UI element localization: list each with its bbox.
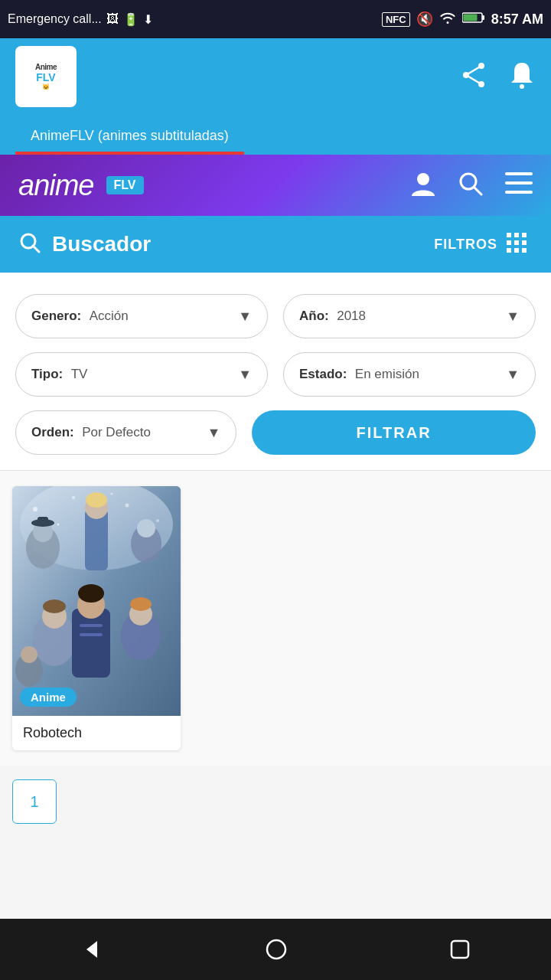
photo-icon: 🖼 xyxy=(106,12,119,26)
status-bar: Emergency call... 🖼 🔋 ⬇ NFC 🔇 8:57 AM xyxy=(0,0,551,38)
user-icon[interactable] xyxy=(410,170,436,201)
bottom-nav xyxy=(0,919,551,980)
svg-point-49 xyxy=(21,646,37,663)
svg-rect-2 xyxy=(463,14,477,21)
anime-card-title: Robotech xyxy=(12,716,181,750)
brand-logo[interactable]: anime FLV xyxy=(18,169,144,202)
anime-grid: Anime Robotech xyxy=(12,486,539,750)
app-logo[interactable]: Anime FLV 🐱 xyxy=(15,46,77,107)
svg-rect-22 xyxy=(514,248,519,253)
tab-title: AnimeFLV (animes subtituladas) xyxy=(31,128,229,143)
app-bar: Anime FLV 🐱 xyxy=(0,38,551,115)
filter-row-2: Tipo: TV ▼ Estado: En emisión ▼ xyxy=(15,352,536,397)
search-title: Buscador xyxy=(52,232,151,256)
svg-rect-19 xyxy=(507,248,511,253)
mute-icon: 🔇 xyxy=(416,11,433,28)
nav-bar: anime FLV xyxy=(0,155,551,216)
recent-button[interactable] xyxy=(449,939,471,960)
svg-point-42 xyxy=(78,584,104,603)
menu-icon[interactable] xyxy=(505,172,533,198)
genre-chevron: ▼ xyxy=(238,309,252,325)
svg-point-54 xyxy=(57,524,60,526)
genre-label: Genero: xyxy=(31,309,81,323)
anime-badge: Anime xyxy=(20,688,77,707)
year-dropdown[interactable]: Año: 2018 ▼ xyxy=(283,294,536,338)
svg-rect-40 xyxy=(72,609,110,678)
notification-icon[interactable] xyxy=(508,60,536,93)
year-label: Año: xyxy=(299,309,329,323)
svg-rect-31 xyxy=(37,517,48,526)
anime-card[interactable]: Anime Robotech xyxy=(12,486,181,750)
page-1-button[interactable]: 1 xyxy=(12,779,57,824)
search-filter-bar: Buscador FILTROS xyxy=(0,216,551,273)
pagination: 1 xyxy=(0,766,551,847)
search-nav-icon[interactable] xyxy=(458,171,484,200)
clock: 8:57 AM xyxy=(491,11,543,28)
order-chevron: ▼ xyxy=(207,425,220,441)
type-chevron: ▼ xyxy=(238,367,252,383)
svg-rect-1 xyxy=(482,15,484,20)
genre-dropdown[interactable]: Genero: Acción ▼ xyxy=(15,294,268,338)
anime-logo-text: anime xyxy=(18,169,94,202)
svg-point-39 xyxy=(43,599,66,613)
year-chevron: ▼ xyxy=(506,309,520,325)
type-value: TV xyxy=(71,367,88,381)
search-bar-icon xyxy=(18,231,41,257)
svg-point-36 xyxy=(137,519,155,537)
svg-rect-17 xyxy=(507,233,511,237)
order-dropdown[interactable]: Orden: Por Defecto ▼ xyxy=(15,410,236,455)
svg-line-16 xyxy=(33,246,39,252)
svg-rect-43 xyxy=(80,624,103,627)
type-label: Tipo: xyxy=(31,367,63,381)
svg-line-7 xyxy=(466,75,481,84)
svg-rect-18 xyxy=(507,240,511,245)
download-icon: ⬇ xyxy=(143,12,153,27)
tab-animeflv[interactable]: AnimeFLV (animes subtituladas) xyxy=(15,120,244,155)
svg-point-47 xyxy=(130,597,152,611)
genre-value: Acción xyxy=(90,309,129,323)
type-dropdown[interactable]: Tipo: TV ▼ xyxy=(15,352,268,397)
svg-point-57 xyxy=(267,940,285,959)
filter-section: Genero: Acción ▼ Año: 2018 ▼ Tipo: TV ▼ … xyxy=(0,273,551,471)
svg-rect-25 xyxy=(522,248,527,253)
svg-rect-58 xyxy=(452,941,468,958)
nfc-icon: NFC xyxy=(382,12,410,27)
home-button[interactable] xyxy=(265,938,288,961)
wifi-icon xyxy=(439,11,456,28)
back-button[interactable] xyxy=(80,938,103,961)
svg-point-51 xyxy=(72,496,75,499)
year-value: 2018 xyxy=(337,309,366,323)
svg-rect-12 xyxy=(505,172,533,175)
svg-line-11 xyxy=(474,187,481,194)
order-value: Por Defecto xyxy=(82,425,151,439)
status-label: Estado: xyxy=(299,367,347,381)
emergency-call-text: Emergency call... xyxy=(8,12,102,26)
svg-marker-56 xyxy=(86,941,97,958)
svg-rect-23 xyxy=(522,233,527,237)
svg-point-55 xyxy=(111,493,113,495)
svg-rect-21 xyxy=(514,240,519,245)
share-icon[interactable] xyxy=(458,60,489,93)
tab-bar: AnimeFLV (animes subtituladas) xyxy=(0,115,551,155)
svg-point-34 xyxy=(86,492,107,508)
battery-status-icon xyxy=(462,11,485,28)
svg-rect-13 xyxy=(505,181,533,185)
filter-row-1: Genero: Acción ▼ Año: 2018 ▼ xyxy=(15,294,536,338)
svg-rect-44 xyxy=(80,633,103,636)
bottom-spacer xyxy=(0,847,551,908)
svg-point-52 xyxy=(126,504,129,508)
filters-icon[interactable] xyxy=(507,231,533,257)
status-value: En emisión xyxy=(355,367,419,381)
svg-line-6 xyxy=(466,66,481,75)
svg-point-50 xyxy=(33,507,37,511)
status-dropdown[interactable]: Estado: En emisión ▼ xyxy=(283,352,536,397)
status-chevron: ▼ xyxy=(506,367,520,383)
content-section: Anime Robotech xyxy=(0,471,551,766)
anime-card-image: Anime xyxy=(12,486,181,716)
svg-rect-24 xyxy=(522,240,527,245)
svg-rect-20 xyxy=(514,233,519,237)
battery-icon: 🔋 xyxy=(123,12,139,27)
filter-button[interactable]: FILTRAR xyxy=(252,410,536,455)
svg-point-53 xyxy=(156,519,159,522)
svg-point-9 xyxy=(417,173,429,185)
